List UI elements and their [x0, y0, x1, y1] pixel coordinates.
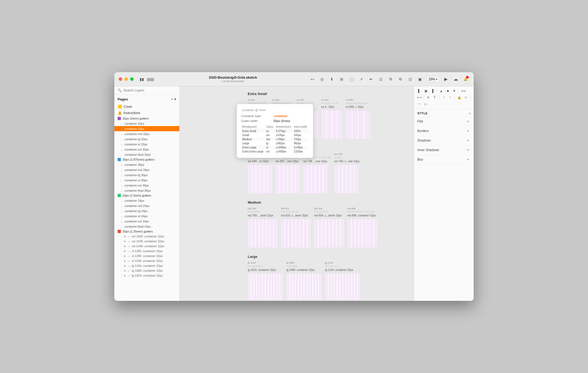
layer-item-container-xxl-24px[interactable]: ⌞ .container-xxl 24px [114, 219, 179, 224]
lock-icon[interactable]: 🔒 [456, 94, 462, 100]
layer-prefix-icon: ⌞ [121, 127, 122, 130]
cloud-icon[interactable]: ☁ [452, 75, 460, 83]
sidebar-toggle-icon[interactable]: ▮▮ [138, 75, 146, 83]
table-cell: sm [265, 133, 275, 137]
pages-chevron-icon[interactable]: ▾ [174, 97, 176, 101]
fills-add-button[interactable]: + [465, 119, 470, 124]
shadows-add-button[interactable]: + [465, 138, 470, 143]
layer-group-32px[interactable]: 32px (2rem) gutters [114, 116, 179, 121]
layer-group-24px[interactable]: 24px (1.5rem) gutters [114, 193, 179, 198]
notifications-button[interactable]: 🔔 1 [462, 75, 469, 83]
distribute-h-icon[interactable]: ⟺ [460, 88, 466, 94]
layer-item-container-md-32px[interactable]: ⌞ .container-md 32px [114, 131, 179, 136]
layer-item-container-fluid-32px[interactable]: ⌞ .container-fluid 32px [114, 152, 179, 157]
titlebar: ▮▮ ▤▤ DSD-Bootstrap5-Grid.sketch Local D… [114, 72, 474, 86]
frame-top-label: sm 760Custom [334, 153, 360, 159]
layer-group-20px[interactable]: 20px (1.25rem) gutters [114, 229, 179, 234]
frame-card: xs 568iPhone 5SE landscape xs 568...r 32… [346, 99, 370, 139]
zoom-control[interactable]: 15% ▾ [426, 76, 440, 82]
play-right-icon[interactable]: ▷ [423, 101, 429, 107]
align-icon[interactable]: ⊡ [406, 75, 414, 83]
pen-icon[interactable]: ✒ [367, 75, 375, 83]
grid-icon[interactable]: ⊞ [338, 75, 345, 83]
style-collapse-icon[interactable]: ▾ [469, 112, 470, 115]
copy-icon[interactable]: ⧉ [387, 75, 394, 83]
layer-item-container-lg-32px[interactable]: ⌞ .container-lg 32px [114, 136, 179, 142]
layer-item-label: xl 1200 .container 32px [132, 259, 163, 262]
layer-item-container-xl-30px[interactable]: ⌞ .container-xl 30px [114, 178, 179, 183]
inner-shadows-label: Inner Shadows [417, 148, 439, 152]
frame-visual [281, 219, 311, 248]
target-icon[interactable]: ◎ [318, 75, 326, 83]
table-cell: Extra Small [241, 129, 265, 133]
copy2-icon[interactable]: ⧉ [397, 75, 404, 83]
align-middle-v-icon[interactable]: ■ [445, 88, 451, 94]
layer-item-container-fluid-24px[interactable]: ⌞ .container-fluid 24px [114, 224, 179, 229]
layer-item-container-fluid-30px[interactable]: ⌞ .container-fluid 30px [114, 188, 179, 193]
layer-collapsed-xxl-1440[interactable]: ▶ ▭ xxl 1440 .container 32px [114, 244, 179, 249]
search-input[interactable] [123, 88, 176, 92]
borders-add-button[interactable]: + [465, 129, 470, 133]
minimize-button[interactable] [124, 77, 128, 81]
frame-sublabel: sm 640 ...er 32px [248, 160, 272, 163]
layer-item-container-32px[interactable]: ⌞ .container 32px [114, 121, 179, 126]
page-item-cover[interactable]: 🟨 Cover [114, 103, 179, 110]
layer-collapsed-lg-1024[interactable]: ▶ ▭ lg 1024 .container 32px [114, 273, 179, 278]
layer-item-container-md-30px[interactable]: ⌞ .container-md 30px [114, 167, 179, 172]
layer-item-container-md-24px[interactable]: ⌞ .container-md 24px [114, 203, 179, 208]
preview-button[interactable]: ▶ [442, 75, 450, 83]
layer-item-container-xxl-32px[interactable]: ⌞ .container-xxl 32px [114, 147, 179, 152]
layer-collapsed-lg-1080[interactable]: ▶ ▭ lg 1080 .container 32px [114, 268, 179, 273]
fullscreen-button[interactable] [130, 77, 134, 81]
align-top-icon[interactable]: ▲ [438, 88, 444, 94]
layer-collapsed-xl-1366[interactable]: ▶ ▭ xl 1366 .container 32px [114, 249, 179, 253]
table-cell: ≥992px [275, 141, 293, 145]
layer-item-container-xl-32px[interactable]: ⌞ .container-xl 32px [114, 142, 179, 147]
layer-group-30px[interactable]: 30px (1.875rem) gutters [114, 157, 179, 162]
layer-item-container-24px[interactable]: ⌞ .container 24px [114, 198, 179, 203]
layer-collapsed-lg-1194[interactable]: ▶ ▭ lg 1194 .container 32px [114, 263, 179, 268]
layer-item-container-32px-active[interactable]: ⌞ .container 32px [114, 126, 179, 131]
cover-page-icon: 🟨 [118, 105, 122, 109]
frame-columns [314, 219, 344, 248]
frame-icon[interactable]: ⬜ [348, 75, 355, 83]
page-item-instructions[interactable]: ⚠️ Instructions [114, 110, 179, 116]
frame-columns [346, 110, 370, 139]
share-icon[interactable]: ↗ [357, 75, 365, 83]
canvas[interactable]: .container @ 2rem Container type: .conta… [180, 86, 414, 301]
align-left-icon[interactable]: ▌ [416, 88, 422, 94]
layer-item-container-xxl-30px[interactable]: ⌞ .container-xxl 30px [114, 183, 179, 188]
grid-view-icon[interactable]: ▤▤ [147, 75, 154, 83]
frame-icon: ▭ [128, 264, 130, 267]
layer-collapsed-xl-1280[interactable]: ▶ ▭ xl 1280 .container 32px [114, 253, 179, 258]
layer-item-container-lg-30px[interactable]: ⌞ .container-lg 30px [114, 172, 179, 178]
collapse-arrow-icon: ▶ [124, 259, 126, 262]
frame-top-label: md 834iPad Pro 10.5" [314, 207, 344, 213]
layer-prefix-icon: ⌞ [121, 184, 122, 187]
layer-collapsed-xxl-1536[interactable]: ▶ ▭ xxl 1536 .container 32px [114, 239, 179, 244]
align-bottom-icon[interactable]: ▼ [451, 88, 457, 94]
layer-item-container-xl-24px[interactable]: ⌞ .container-xl 24px [114, 213, 179, 219]
align-right-icon[interactable]: ▐ [429, 88, 435, 94]
blur-add-button[interactable]: + [465, 157, 470, 162]
add-artboard-icon[interactable]: + ▾ [308, 75, 316, 83]
layer-collapsed-xxl-1920[interactable]: ▶ ▭ xxl 1920 .container 32px [114, 234, 179, 239]
layer-collapsed-xl-1200[interactable]: ▶ ▭ xl 1200 .container 32px [114, 258, 179, 263]
close-icon[interactable]: ✕ [425, 94, 431, 100]
artboard-tool-icon[interactable]: ⊡ [377, 75, 385, 83]
layer-item-container-30px[interactable]: ⌞ .container 30px [114, 162, 179, 167]
layer-prefix-icon: ⌞ [121, 225, 122, 228]
layer-group-color-30px [118, 158, 121, 161]
distribute-v-icon[interactable]: ⟻ [416, 94, 422, 100]
close-button[interactable] [119, 77, 122, 81]
style-section-title: STYLE [417, 112, 428, 115]
text-icon[interactable]: T [432, 94, 438, 100]
add-page-icon[interactable]: + [171, 97, 173, 101]
layer-item-container-lg-24px[interactable]: ⌞ .container-lg 24px [114, 208, 179, 213]
group-icon[interactable]: ▣ [416, 75, 424, 83]
align-center-h-icon[interactable]: ▣ [423, 88, 429, 94]
col-class: Class [265, 125, 275, 129]
inner-shadows-add-button[interactable]: + [465, 148, 470, 152]
table-cell: 720px [293, 137, 309, 141]
upload-icon[interactable]: ⬆ [328, 75, 336, 83]
